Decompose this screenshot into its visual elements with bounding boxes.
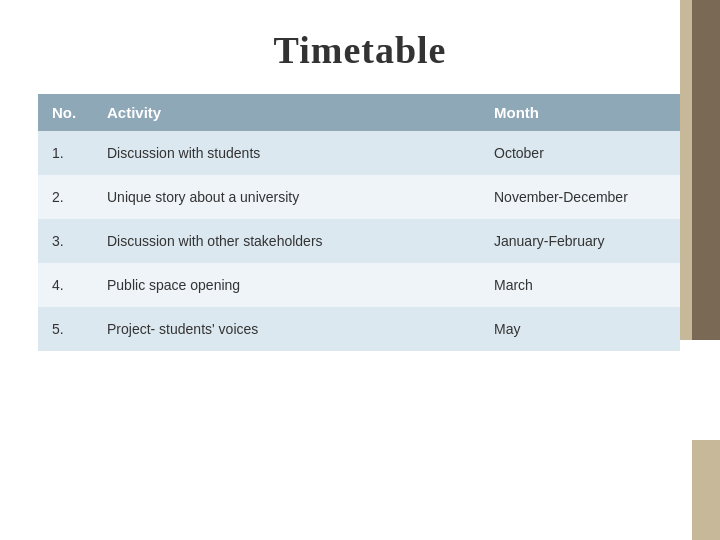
timetable: No. Activity Month 1.Discussion with stu… <box>38 94 680 351</box>
header-activity: Activity <box>93 94 480 131</box>
cell-month: November-December <box>480 175 680 219</box>
cell-activity: Project- students' voices <box>93 307 480 351</box>
header-month: Month <box>480 94 680 131</box>
table-row: 4.Public space openingMarch <box>38 263 680 307</box>
cell-month: March <box>480 263 680 307</box>
cell-activity: Discussion with other stakeholders <box>93 219 480 263</box>
table-header-row: No. Activity Month <box>38 94 680 131</box>
deco-bar-light <box>680 0 692 340</box>
page-title: Timetable <box>0 0 720 94</box>
cell-no: 1. <box>38 131 93 175</box>
table-row: 1.Discussion with studentsOctober <box>38 131 680 175</box>
table-row: 2.Unique story about a universityNovembe… <box>38 175 680 219</box>
cell-no: 5. <box>38 307 93 351</box>
table-row: 3.Discussion with other stakeholdersJanu… <box>38 219 680 263</box>
cell-activity: Discussion with students <box>93 131 480 175</box>
cell-activity: Public space opening <box>93 263 480 307</box>
deco-bar-bottom <box>692 440 720 540</box>
cell-month: October <box>480 131 680 175</box>
header-no: No. <box>38 94 93 131</box>
table-row: 5.Project- students' voicesMay <box>38 307 680 351</box>
deco-bar-dark <box>692 0 720 340</box>
cell-no: 2. <box>38 175 93 219</box>
cell-no: 4. <box>38 263 93 307</box>
timetable-wrapper: No. Activity Month 1.Discussion with stu… <box>38 94 680 351</box>
cell-month: May <box>480 307 680 351</box>
cell-no: 3. <box>38 219 93 263</box>
cell-activity: Unique story about a university <box>93 175 480 219</box>
cell-month: January-February <box>480 219 680 263</box>
